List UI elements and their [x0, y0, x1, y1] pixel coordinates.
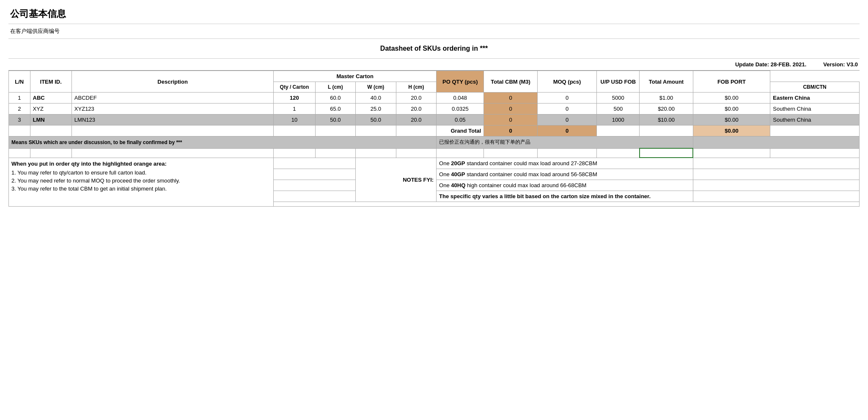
cell-h-1: 20.0: [396, 93, 437, 104]
grand-total-label: Grand Total: [437, 125, 484, 136]
empty-6: [356, 148, 396, 158]
cell-cbmctn-2: 0.0325: [437, 104, 484, 115]
grand-total-cbm: 0: [537, 125, 596, 136]
cell-gt-6: [356, 125, 396, 136]
cell-fobport-2: Southern China: [770, 104, 860, 115]
legend-empty: [693, 136, 859, 149]
empty-8: [437, 148, 484, 158]
grand-total-amount: $0.00: [693, 125, 770, 136]
cell-l-2: 65.0: [315, 104, 355, 115]
update-label: Update Date:: [735, 61, 769, 68]
subheader-w: W (cm): [356, 82, 396, 93]
legend-text-en: Means SKUs which are under discussion, t…: [9, 136, 437, 149]
cell-gt-7: [396, 125, 437, 136]
cell-fobport-1: Eastern China: [770, 93, 860, 104]
cell-itemid-2: XYZ: [30, 104, 71, 115]
header-fob-port: FOB PORT: [693, 71, 770, 93]
cell-totalcbm-2: 0: [537, 104, 596, 115]
grand-total-row: Grand Total 0 0 $0.00: [9, 125, 860, 136]
cell-w-1: 40.0: [356, 93, 396, 104]
notes-point-1: 1. You may refer to qty/carton to ensure…: [11, 169, 271, 176]
empty-row-1: [9, 148, 860, 158]
cell-poqty-3[interactable]: 0: [484, 115, 537, 125]
empty-4: [274, 148, 315, 158]
notes-point-3: 3. You may refer to the total CBM to get…: [11, 185, 271, 192]
notes-row: When you put in order qty into the highl…: [9, 158, 860, 169]
cell-qty-2: 1: [274, 104, 315, 115]
cell-qty-1: 120: [274, 93, 315, 104]
header-up-usd: U/P USD FOB: [597, 71, 640, 93]
header-moq: MOQ (pcs): [537, 71, 596, 93]
cell-ln-2: 2: [9, 104, 30, 115]
notes-point-2: 2. You may need refer to normal MOQ to p…: [11, 177, 271, 184]
subheader-cbm-ctn: CBM/CTN: [770, 82, 860, 93]
sheet-title: Datasheet of SKUs ordering in ***: [8, 39, 860, 59]
header-row-1: L/N ITEM ID. Description Master Carton P…: [9, 71, 860, 82]
empty-3: [71, 148, 273, 158]
notes-left: When you put in order qty into the highl…: [9, 158, 274, 207]
cell-h-2: 20.0: [396, 104, 437, 115]
notes-bottom-empty: [274, 202, 860, 207]
notes-empty-6: [693, 180, 859, 191]
cell-poqty-1[interactable]: 0: [484, 93, 537, 104]
cell-gt-upusd: [640, 125, 693, 136]
notes-empty-4: [693, 169, 859, 180]
grand-total-poqty: 0: [484, 125, 537, 136]
empty-13: [770, 148, 860, 158]
cell-gt-fob: [770, 125, 860, 136]
cell-gt-5: [315, 125, 355, 136]
header-description: Description: [71, 71, 273, 93]
header-total-cbm: Total CBM (M3): [484, 71, 537, 93]
notes-empty-2: [693, 158, 859, 169]
subheader-l: L (cm): [315, 82, 355, 93]
cell-totalcbm-1: 0: [537, 93, 596, 104]
notes-empty-5: [274, 180, 356, 191]
cell-gt-3: [71, 125, 273, 136]
cell-w-3: 50.0: [356, 115, 396, 125]
version-label: Version:: [823, 61, 845, 68]
subheader-h: H (cm): [396, 82, 437, 93]
legend-text-zh: 已报价正在沟通的，很有可能下单的产品: [437, 136, 693, 149]
header-item-id: ITEM ID.: [30, 71, 71, 93]
cell-moq-2: 500: [597, 104, 640, 115]
table-row: 2 XYZ XYZ123 1 65.0 25.0 20.0 0.0325 0 0…: [9, 104, 860, 115]
version-value: V3.0: [846, 61, 858, 68]
empty-12: [693, 148, 770, 158]
cell-upusd-3: $10.00: [640, 115, 693, 125]
empty-11: [597, 148, 640, 158]
cell-l-1: 60.0: [315, 93, 355, 104]
cell-poqty-2[interactable]: 0: [484, 104, 537, 115]
notes-empty-1: [274, 158, 356, 169]
empty-9: [484, 148, 537, 158]
cell-totalamt-3: $0.00: [693, 115, 770, 125]
notes-fyi-label: NOTES FYI:: [356, 158, 437, 202]
supplier-label: 在客户端供应商编号: [8, 24, 860, 39]
notes-empty-3: [274, 169, 356, 180]
cell-gt-1: [9, 125, 30, 136]
cell-totalamt-1: $0.00: [693, 93, 770, 104]
cell-itemid-3: LMN: [30, 115, 71, 125]
header-ln: L/N: [9, 71, 30, 93]
cell-desc-3: LMN123: [71, 115, 273, 125]
cell-upusd-2: $20.00: [640, 104, 693, 115]
cell-desc-2: XYZ123: [71, 104, 273, 115]
empty-2: [30, 148, 71, 158]
notes-empty-8: [693, 191, 859, 202]
empty-7: [396, 148, 437, 158]
cell-cbmctn-1: 0.048: [437, 93, 484, 104]
header-po-qty: PO QTY (pcs): [437, 71, 484, 93]
notes-when-label: When you put in order qty into the highl…: [11, 161, 271, 167]
notes-container-1: One 20GP standard container could max lo…: [437, 158, 693, 169]
company-title: 公司基本信息: [8, 4, 860, 24]
cell-moq-3: 1000: [597, 115, 640, 125]
cell-ln-3: 3: [9, 115, 30, 125]
table-row: 1 ABC ABCDEF 120 60.0 40.0 20.0 0.048 0 …: [9, 93, 860, 104]
cell-fobport-3: Southern China: [770, 115, 860, 125]
cell-moq-1: 5000: [597, 93, 640, 104]
cell-upusd-1: $1.00: [640, 93, 693, 104]
notes-container-2: One 40GP standard container could max lo…: [437, 169, 693, 180]
cell-itemid-1: ABC: [30, 93, 71, 104]
cell-ln-1: 1: [9, 93, 30, 104]
subheader-qty-carton: Qty / Carton: [274, 82, 315, 93]
header-total-amount: Total Amount: [640, 71, 693, 93]
